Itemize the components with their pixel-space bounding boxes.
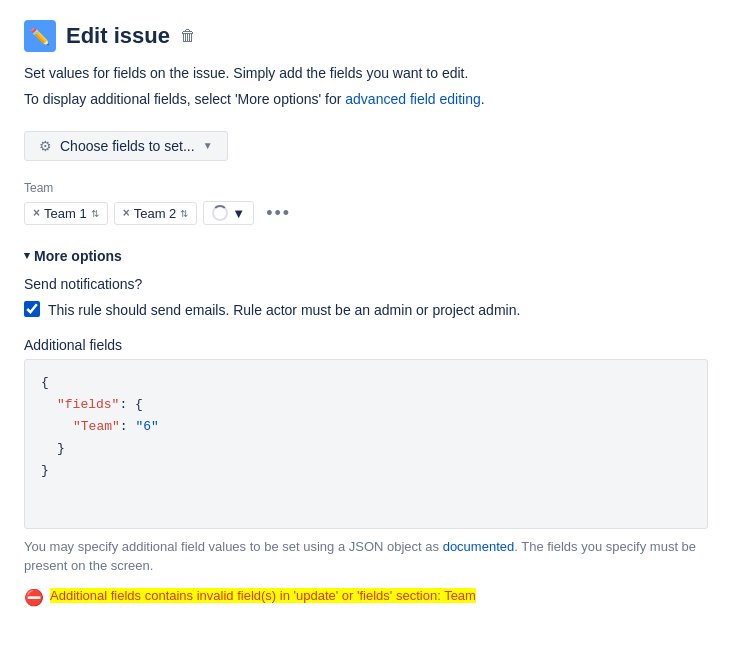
more-options-label: More options [34, 248, 122, 264]
edit-issue-icon: ✏️ [24, 20, 56, 52]
send-notifications-label: Send notifications? [24, 276, 708, 292]
team-field-label: Team [24, 181, 708, 195]
checkbox-label-text: This rule should send emails. Rule actor… [48, 300, 520, 321]
more-options-toggle[interactable]: ▾ More options [24, 248, 708, 264]
description-line2-prefix: To display additional fields, select 'Mo… [24, 91, 345, 107]
json-help-prefix: You may specify additional field values … [24, 539, 443, 554]
additional-fields-label: Additional fields [24, 337, 708, 353]
loading-spinner [212, 205, 228, 221]
json-line-2: "fields": { [41, 394, 691, 416]
description-line2-suffix: . [481, 91, 485, 107]
remove-team1-button[interactable]: × [33, 206, 40, 220]
json-line-4: } [41, 438, 691, 460]
error-highlight-text: Additional fields contains invalid field… [50, 588, 476, 603]
description-line1: Set values for fields on the issue. Simp… [24, 62, 708, 84]
advanced-field-editing-link[interactable]: advanced field editing [345, 91, 480, 107]
add-team-dropdown[interactable]: ▼ [203, 201, 254, 225]
remove-team2-button[interactable]: × [123, 206, 130, 220]
send-notifications-checkbox[interactable] [24, 301, 40, 317]
page-title: Edit issue [66, 23, 170, 49]
gear-icon: ⚙ [39, 138, 52, 154]
team-tag-2: × Team 2 ⇅ [114, 202, 198, 225]
json-line-5: } [41, 460, 691, 482]
more-options-dots-button[interactable]: ••• [260, 201, 297, 226]
error-icon: ⛔ [24, 586, 44, 610]
json-line-1: { [41, 372, 691, 394]
json-help-text: You may specify additional field values … [24, 537, 708, 576]
team-tag-1: × Team 1 ⇅ [24, 202, 108, 225]
more-options-chevron-icon: ▾ [24, 249, 30, 262]
team2-name: Team 2 [134, 206, 177, 221]
error-message: ⛔ Additional fields contains invalid fie… [24, 586, 708, 610]
team2-sort-icon[interactable]: ⇅ [180, 208, 188, 219]
more-options-section: ▾ More options Send notifications? This … [24, 248, 708, 610]
trash-icon[interactable]: 🗑 [180, 27, 196, 45]
json-line-3: "Team": "6" [41, 416, 691, 438]
error-text: Additional fields contains invalid field… [50, 586, 476, 606]
description-line2: To display additional fields, select 'Mo… [24, 88, 708, 110]
dropdown-chevron-icon: ▼ [232, 206, 245, 221]
page-header: ✏️ Edit issue 🗑 [24, 20, 708, 52]
choose-fields-label: Choose fields to set... [60, 138, 195, 154]
documented-link[interactable]: documented [443, 539, 515, 554]
choose-fields-button[interactable]: ⚙ Choose fields to set... ▼ [24, 131, 228, 161]
send-notifications-row: This rule should send emails. Rule actor… [24, 300, 708, 321]
team1-sort-icon[interactable]: ⇅ [91, 208, 99, 219]
chevron-down-icon: ▼ [203, 140, 213, 151]
json-editor[interactable]: { "fields": { "Team": "6" } } [24, 359, 708, 529]
team1-name: Team 1 [44, 206, 87, 221]
team-field-row: × Team 1 ⇅ × Team 2 ⇅ ▼ ••• [24, 201, 708, 226]
